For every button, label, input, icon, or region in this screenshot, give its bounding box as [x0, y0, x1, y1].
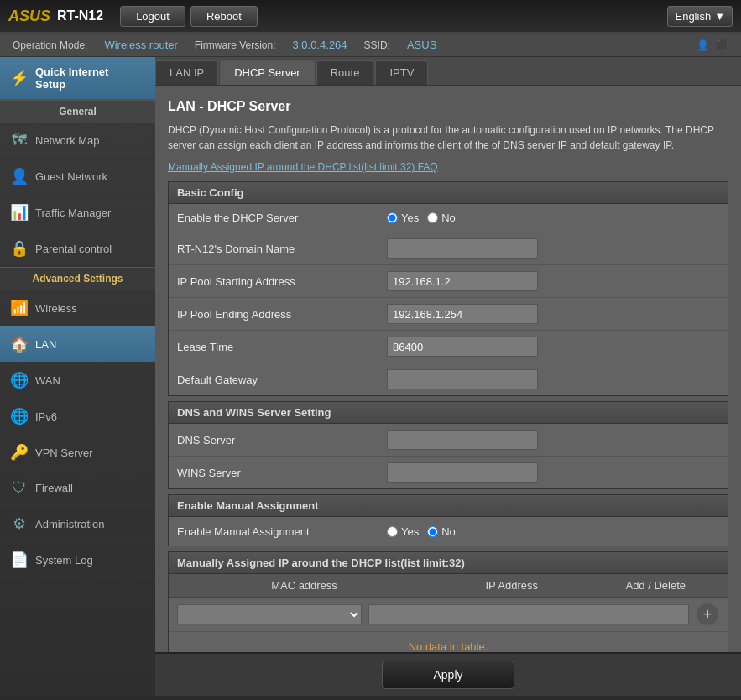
firmware-value[interactable]: 3.0.0.4.264 [293, 39, 347, 51]
info-icons: 👤 ⬛ [697, 39, 728, 51]
lease-time-label: Lease Time [177, 341, 387, 353]
default-gateway-value [387, 369, 719, 389]
quick-internet-setup[interactable]: ⚡ Quick InternetSetup [0, 57, 155, 100]
enable-manual-label: Enable Manual Assignment [177, 525, 387, 538]
dns-server-label: DNS Server [177, 434, 387, 447]
user-icon: 👤 [697, 39, 709, 51]
wan-icon: 🌐 [10, 371, 29, 389]
sidebar-item-label: Parental control [35, 243, 112, 255]
sidebar-item-label: VPN Server [35, 447, 93, 459]
logo: ASUS RT-N12 [8, 8, 103, 25]
ip-address-input[interactable] [368, 604, 689, 624]
domain-name-input[interactable] [387, 238, 538, 259]
enable-manual-value: Yes No [387, 525, 719, 538]
sidebar-item-network-map[interactable]: 🗺 Network Map [0, 123, 155, 159]
language-label: English [675, 10, 711, 23]
sidebar-item-label: LAN [35, 338, 56, 351]
ip-end-row: IP Pool Ending Address [169, 298, 728, 331]
dns-server-row: DNS Server [169, 424, 728, 457]
col-mac-header: MAC address [169, 574, 440, 597]
ip-end-input[interactable] [387, 304, 538, 324]
wins-server-row: WINS Server [169, 457, 728, 488]
sidebar-item-wan[interactable]: 🌐 WAN [0, 363, 155, 399]
header-buttons: Logout Reboot [120, 6, 258, 27]
sidebar-item-administration[interactable]: ⚙ Administration [0, 506, 155, 542]
basic-config-header: Basic Config [169, 182, 728, 204]
sidebar-item-lan[interactable]: 🏠 LAN [0, 326, 155, 363]
connection-icon: ⬛ [716, 39, 728, 51]
dhcp-list-link[interactable]: Manually Assigned IP around the DHCP lis… [168, 161, 438, 173]
reboot-button[interactable]: Reboot [190, 6, 258, 27]
firmware-label: Firmware Version: [195, 39, 276, 51]
basic-config-section: Basic Config Enable the DHCP Server Yes … [168, 181, 728, 396]
sidebar-item-label: WAN [35, 374, 60, 387]
sidebar-item-firewall[interactable]: 🛡 Firewall [0, 471, 155, 506]
sidebar-item-label: Firewall [35, 482, 73, 494]
domain-name-label: RT-N12's Domain Name [177, 243, 387, 255]
ip-end-value [387, 304, 719, 324]
logo-asus: ASUS [8, 8, 50, 25]
ip-start-input[interactable] [387, 271, 538, 291]
dns-server-input[interactable] [387, 430, 538, 450]
apply-button[interactable]: Apply [382, 661, 514, 689]
sidebar-item-ipv6[interactable]: 🌐 IPv6 [0, 399, 155, 435]
enable-dhcp-row: Enable the DHCP Server Yes No [169, 204, 728, 232]
wins-server-label: WINS Server [177, 467, 387, 479]
sidebar: ⚡ Quick InternetSetup General 🗺 Network … [0, 57, 155, 696]
tab-lan-ip[interactable]: LAN IP [155, 60, 218, 85]
sidebar-item-vpn-server[interactable]: 🔑 VPN Server [0, 435, 155, 471]
lease-time-row: Lease Time [169, 331, 728, 363]
tab-iptv[interactable]: IPTV [375, 60, 428, 85]
lease-time-input[interactable] [387, 337, 538, 357]
sidebar-item-label: System Log [35, 554, 93, 567]
manual-assignment-header: Enable Manual Assignment [169, 495, 728, 517]
default-gateway-row: Default Gateway [169, 363, 728, 395]
quick-setup-label: Quick InternetSetup [35, 65, 108, 91]
page-description: DHCP (Dynamic Host Configuration Protoco… [168, 123, 728, 153]
enable-dhcp-yes[interactable]: Yes [387, 212, 419, 224]
layout: ⚡ Quick InternetSetup General 🗺 Network … [0, 57, 741, 696]
ssid-label: SSID: [364, 39, 390, 51]
manual-yes[interactable]: Yes [387, 525, 419, 538]
mac-address-dropdown[interactable] [177, 604, 362, 624]
tab-dhcp-server[interactable]: DHCP Server [220, 60, 315, 85]
default-gateway-input[interactable] [387, 369, 538, 389]
table-input-row: + [169, 598, 728, 632]
wireless-icon: 📶 [10, 299, 29, 317]
logo-model: RT-N12 [57, 8, 103, 24]
sidebar-item-label: Traffic Manager [35, 206, 111, 219]
language-select[interactable]: English ▼ [667, 6, 733, 27]
firewall-icon: 🛡 [10, 479, 29, 497]
operation-mode-label: Operation Mode: [13, 39, 87, 51]
vpn-server-icon: 🔑 [10, 443, 29, 462]
enable-dhcp-no[interactable]: No [427, 212, 456, 224]
general-section-header: General [0, 100, 155, 123]
sidebar-item-label: Administration [35, 518, 104, 530]
ip-start-value [387, 271, 719, 291]
logout-button[interactable]: Logout [120, 6, 185, 27]
default-gateway-label: Default Gateway [177, 374, 387, 386]
guest-network-icon: 👤 [10, 167, 29, 185]
enable-manual-row: Enable Manual Assignment Yes No [169, 517, 728, 546]
manual-no[interactable]: No [427, 525, 456, 538]
dns-wins-section: DNS and WINS Server Setting DNS Server W… [168, 401, 728, 489]
operation-mode-value[interactable]: Wireless router [104, 39, 177, 51]
col-action-header: Add / Delete [584, 574, 728, 597]
sidebar-item-label: Guest Network [35, 170, 107, 183]
sidebar-item-parental-control[interactable]: 🔒 Parental control [0, 231, 155, 267]
sidebar-item-label: Network Map [35, 134, 100, 147]
tab-route[interactable]: Route [316, 60, 374, 85]
header: ASUS RT-N12 Logout Reboot English ▼ [0, 0, 741, 34]
wins-server-input[interactable] [387, 462, 538, 483]
sidebar-item-wireless[interactable]: 📶 Wireless [0, 290, 155, 326]
add-button[interactable]: + [696, 603, 719, 626]
dhcp-table-header: Manually Assigned IP around the DHCP lis… [169, 552, 728, 574]
lease-time-value [387, 337, 719, 357]
sidebar-item-guest-network[interactable]: 👤 Guest Network [0, 159, 155, 195]
sidebar-item-label: Wireless [35, 302, 77, 315]
ssid-value[interactable]: ASUS [407, 39, 436, 51]
sidebar-item-traffic-manager[interactable]: 📊 Traffic Manager [0, 195, 155, 231]
ip-start-row: IP Pool Starting Address [169, 265, 728, 298]
sidebar-item-system-log[interactable]: 📄 System Log [0, 542, 155, 578]
traffic-manager-icon: 📊 [10, 203, 29, 222]
